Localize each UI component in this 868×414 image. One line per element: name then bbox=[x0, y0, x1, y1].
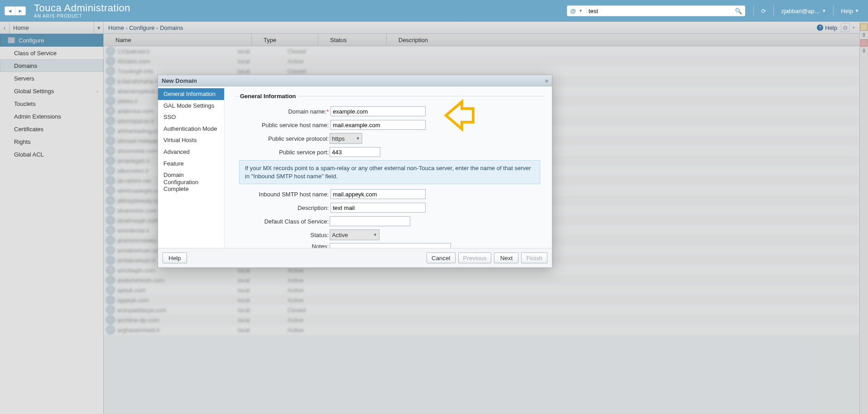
app-subtitle: AN ARIS PRODUCT bbox=[34, 14, 130, 19]
general-information-fieldset: General Information Domain name:* Public… bbox=[235, 93, 544, 248]
help-button[interactable]: Help bbox=[163, 252, 187, 263]
modal-header: New Domain » bbox=[158, 75, 552, 86]
description-input[interactable] bbox=[331, 203, 426, 213]
status-label: Status: bbox=[239, 232, 330, 238]
info-box: If your MX records point to a spam-relay… bbox=[239, 160, 540, 184]
modal-title: New Domain bbox=[162, 77, 197, 84]
smtp-host-label: Inbound SMTP host name: bbox=[239, 191, 330, 198]
new-domain-modal: New Domain » General InformationGAL Mode… bbox=[158, 75, 552, 268]
notes-label: Notes: bbox=[239, 243, 330, 248]
public-host-input[interactable] bbox=[331, 120, 426, 130]
chevron-down-icon: ▼ bbox=[822, 9, 826, 13]
help-menu[interactable]: Help ▼ bbox=[841, 8, 859, 14]
modal-nav-authentication-mode[interactable]: Authentication Mode bbox=[158, 123, 224, 135]
public-protocol-label: Public service protocol: bbox=[239, 135, 330, 142]
public-port-input[interactable] bbox=[330, 147, 380, 157]
user-name: zjabbari@ap… bbox=[781, 8, 820, 14]
notes-textarea[interactable] bbox=[330, 243, 451, 248]
app-title: Touca Administration bbox=[34, 3, 130, 13]
modal-footer: Help Cancel Previous Next Finish bbox=[158, 248, 552, 267]
forward-button[interactable]: ► bbox=[15, 6, 26, 15]
status-select[interactable]: Active ▼ bbox=[330, 229, 379, 240]
finish-button: Finish bbox=[521, 252, 547, 263]
next-button[interactable]: Next bbox=[494, 252, 518, 263]
cancel-button[interactable]: Cancel bbox=[427, 252, 456, 263]
modal-nav-general-information[interactable]: General Information bbox=[158, 88, 224, 100]
at-icon: @ bbox=[567, 8, 579, 14]
modal-nav-sso[interactable]: SSO bbox=[158, 111, 224, 123]
description-label: Description: bbox=[239, 205, 330, 211]
status-value: Active bbox=[332, 232, 348, 238]
help-label: Help bbox=[841, 8, 853, 14]
search-input[interactable] bbox=[589, 8, 732, 14]
refresh-icon[interactable]: ⟳ bbox=[761, 8, 766, 14]
search-scope-dropdown-icon[interactable]: ▼ bbox=[579, 9, 585, 13]
modal-nav-advanced[interactable]: Advanced bbox=[158, 146, 224, 158]
top-bar: ◄ ► Touca Administration AN ARIS PRODUCT… bbox=[0, 0, 868, 22]
back-button[interactable]: ◄ bbox=[5, 6, 15, 15]
modal-nav: General InformationGAL Mode SettingsSSOA… bbox=[158, 86, 225, 248]
brand: Touca Administration AN ARIS PRODUCT bbox=[34, 3, 130, 19]
modal-nav-virtual-hosts[interactable]: Virtual Hosts bbox=[158, 134, 224, 146]
modal-content: General Information Domain name:* Public… bbox=[225, 86, 552, 248]
public-host-label: Public service host name: bbox=[239, 122, 330, 128]
cos-input[interactable] bbox=[330, 216, 410, 226]
nav-arrows: ◄ ► bbox=[5, 6, 26, 15]
chevron-down-icon: ▼ bbox=[373, 233, 377, 237]
user-menu[interactable]: zjabbari@ap… ▼ bbox=[781, 8, 826, 14]
domain-name-label: Domain name:* bbox=[239, 108, 330, 115]
modal-nav-feature[interactable]: Feature bbox=[158, 158, 224, 170]
public-protocol-value: https bbox=[332, 135, 345, 142]
modal-collapse-icon[interactable]: » bbox=[545, 77, 548, 84]
public-port-label: Public service port: bbox=[239, 149, 330, 156]
modal-nav-gal-mode-settings[interactable]: GAL Mode Settings bbox=[158, 100, 224, 112]
chevron-down-icon: ▼ bbox=[855, 9, 859, 13]
smtp-host-input[interactable] bbox=[331, 189, 426, 199]
domain-name-input[interactable] bbox=[331, 106, 426, 116]
public-protocol-select[interactable]: https ▼ bbox=[330, 133, 362, 144]
global-search[interactable]: @ ▼ 🔍 bbox=[567, 5, 745, 16]
search-icon[interactable]: 🔍 bbox=[732, 8, 745, 14]
cos-label: Default Class of Service: bbox=[239, 218, 330, 225]
section-title: General Information bbox=[239, 93, 297, 100]
modal-nav-domain-configuration-complete[interactable]: Domain Configuration Complete bbox=[158, 169, 224, 195]
chevron-down-icon: ▼ bbox=[356, 136, 360, 141]
previous-button: Previous bbox=[458, 252, 492, 263]
